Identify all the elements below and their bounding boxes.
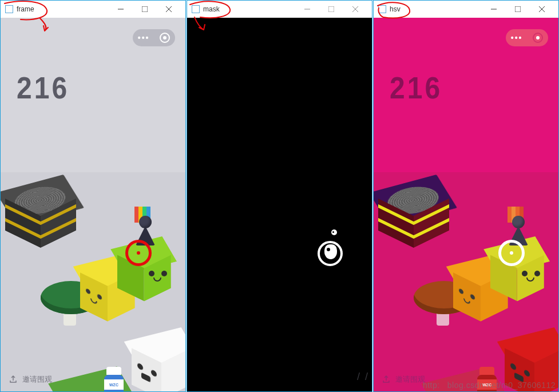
invite-button[interactable]: 邀请围观	[382, 374, 425, 385]
game-scene-hsv[interactable]: ••• 216	[374, 18, 558, 391]
detection-circle-white	[498, 240, 525, 266]
target-icon[interactable]	[533, 33, 543, 43]
svg-rect-1	[142, 6, 148, 12]
watermark-slashes: / /	[357, 371, 369, 383]
window-mask: mask	[187, 0, 372, 392]
watermark: http: blog.csdn.net/m0_37606112	[423, 381, 556, 390]
close-button[interactable]	[530, 1, 554, 18]
minimize-button[interactable]	[109, 1, 133, 18]
title-text: frame	[17, 5, 34, 13]
score-display: 216	[390, 70, 442, 105]
titlebar-hsv[interactable]: hsv	[374, 1, 558, 18]
mask-scene	[187, 18, 372, 391]
mask-pawn	[324, 244, 337, 259]
close-button[interactable]	[157, 1, 181, 18]
titlebar-mask[interactable]: mask	[187, 1, 372, 18]
title-text: hsv	[390, 5, 401, 13]
app-icon	[378, 5, 386, 13]
mask-content	[187, 18, 372, 391]
window-hsv: hsv ••• 216	[373, 0, 559, 392]
close-button[interactable]	[343, 1, 367, 18]
invite-button[interactable]: 邀请围观	[9, 374, 52, 385]
hsv-content: ••• 216	[374, 18, 558, 391]
more-icon[interactable]: •••	[511, 33, 523, 42]
minimize-button[interactable]	[295, 1, 319, 18]
share-icon	[382, 375, 391, 384]
frame-content: ••• 216	[1, 18, 185, 391]
titlebar-frame[interactable]: frame	[1, 1, 185, 18]
bottle-item: WZC	[106, 367, 124, 391]
capsule-menu[interactable]: •••	[506, 29, 548, 46]
detection-circle-red	[125, 240, 152, 266]
app-icon	[192, 5, 200, 13]
svg-rect-5	[328, 6, 334, 12]
app-icon	[5, 5, 13, 13]
window-frame: frame ••• 216	[0, 0, 186, 392]
maximize-button[interactable]	[319, 1, 343, 18]
target-icon[interactable]	[160, 33, 170, 43]
maximize-button[interactable]	[506, 1, 530, 18]
more-icon[interactable]: •••	[138, 33, 150, 42]
capsule-menu[interactable]: •••	[133, 29, 175, 46]
invite-label: 邀请围观	[395, 374, 425, 385]
share-icon	[9, 375, 18, 384]
mask-ball	[331, 229, 337, 235]
game-scene-frame[interactable]: ••• 216	[1, 18, 185, 391]
title-text: mask	[203, 5, 220, 13]
svg-rect-9	[515, 6, 521, 12]
invite-label: 邀请围观	[22, 374, 52, 385]
bottle-label: WZC	[104, 379, 124, 390]
maximize-button[interactable]	[133, 1, 157, 18]
score-display: 216	[17, 70, 69, 105]
minimize-button[interactable]	[482, 1, 506, 18]
